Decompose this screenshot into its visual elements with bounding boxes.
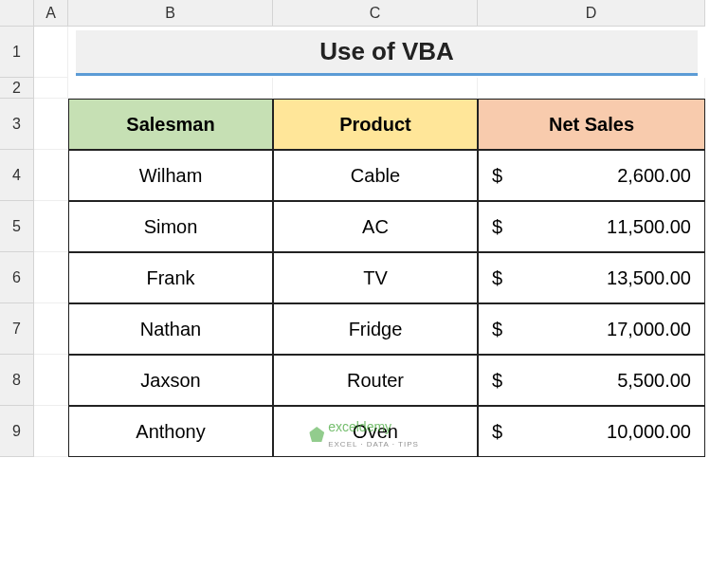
col-header-D[interactable]: D bbox=[478, 0, 705, 27]
cell-salesman[interactable]: Jaxson bbox=[68, 355, 273, 406]
row-header-6[interactable]: 6 bbox=[0, 252, 34, 303]
amount: 13,500.00 bbox=[607, 267, 691, 289]
cell-A1[interactable] bbox=[34, 27, 68, 78]
currency-symbol: $ bbox=[492, 216, 502, 238]
currency-symbol: $ bbox=[492, 165, 502, 187]
row-header-4[interactable]: 4 bbox=[0, 150, 34, 201]
cell-D3[interactable] bbox=[478, 78, 705, 99]
cell-A2[interactable] bbox=[34, 78, 68, 99]
row-header-3[interactable]: 3 bbox=[0, 99, 34, 150]
col-header-B[interactable]: B bbox=[68, 0, 273, 27]
amount: 11,500.00 bbox=[607, 216, 691, 238]
header-netsales[interactable]: Net Sales bbox=[478, 99, 705, 150]
cell-B3[interactable] bbox=[68, 78, 273, 99]
cell-netsales[interactable]: $ 13,500.00 bbox=[478, 252, 705, 303]
cell-salesman[interactable]: Frank bbox=[68, 252, 273, 303]
cell-product[interactable]: Router bbox=[273, 355, 478, 406]
cell-product[interactable]: Oven bbox=[273, 406, 478, 457]
cell-salesman[interactable]: Anthony bbox=[68, 406, 273, 457]
cell-salesman[interactable]: Simon bbox=[68, 201, 273, 252]
row-header-1[interactable]: 1 bbox=[0, 27, 34, 78]
header-salesman[interactable]: Salesman bbox=[68, 99, 273, 150]
cell-netsales[interactable]: $ 10,000.00 bbox=[478, 406, 705, 457]
cell-A9[interactable] bbox=[34, 406, 68, 457]
amount: 2,600.00 bbox=[617, 165, 691, 187]
currency-symbol: $ bbox=[492, 421, 502, 443]
cell-salesman[interactable]: Wilham bbox=[68, 150, 273, 201]
cell-A3[interactable] bbox=[34, 99, 68, 150]
col-header-C[interactable]: C bbox=[273, 0, 478, 27]
cell-A4[interactable] bbox=[34, 150, 68, 201]
row-header-2[interactable]: 2 bbox=[0, 78, 34, 99]
cell-product[interactable]: AC bbox=[273, 201, 478, 252]
cell-netsales[interactable]: $ 11,500.00 bbox=[478, 201, 705, 252]
cell-product[interactable]: Fridge bbox=[273, 303, 478, 355]
row-header-8[interactable]: 8 bbox=[0, 355, 34, 406]
cell-netsales[interactable]: $ 17,000.00 bbox=[478, 303, 705, 355]
row-header-9[interactable]: 9 bbox=[0, 406, 34, 457]
page-title: Use of VBA bbox=[76, 30, 698, 76]
select-all-corner[interactable] bbox=[0, 0, 34, 27]
cell-product[interactable]: Cable bbox=[273, 150, 478, 201]
spreadsheet-grid: A B C D 1 2 3 4 5 6 7 8 9 Use of VBA Sal… bbox=[0, 0, 728, 457]
currency-symbol: $ bbox=[492, 370, 502, 392]
cell-netsales[interactable]: $ 5,500.00 bbox=[478, 355, 705, 406]
cell-A8[interactable] bbox=[34, 355, 68, 406]
cell-A7[interactable] bbox=[34, 303, 68, 355]
amount: 17,000.00 bbox=[607, 319, 691, 340]
header-product[interactable]: Product bbox=[273, 99, 478, 150]
currency-symbol: $ bbox=[492, 267, 502, 289]
amount: 10,000.00 bbox=[607, 421, 691, 443]
currency-symbol: $ bbox=[492, 319, 502, 340]
cell-C3[interactable] bbox=[273, 78, 478, 99]
col-header-A[interactable]: A bbox=[34, 0, 68, 27]
amount: 5,500.00 bbox=[617, 370, 691, 392]
cell-salesman[interactable]: Nathan bbox=[68, 303, 273, 355]
cell-A6[interactable] bbox=[34, 252, 68, 303]
cell-A5[interactable] bbox=[34, 201, 68, 252]
cell-netsales[interactable]: $ 2,600.00 bbox=[478, 150, 705, 201]
cell-product[interactable]: TV bbox=[273, 252, 478, 303]
row-header-5[interactable]: 5 bbox=[0, 201, 34, 252]
row-header-7[interactable]: 7 bbox=[0, 303, 34, 355]
